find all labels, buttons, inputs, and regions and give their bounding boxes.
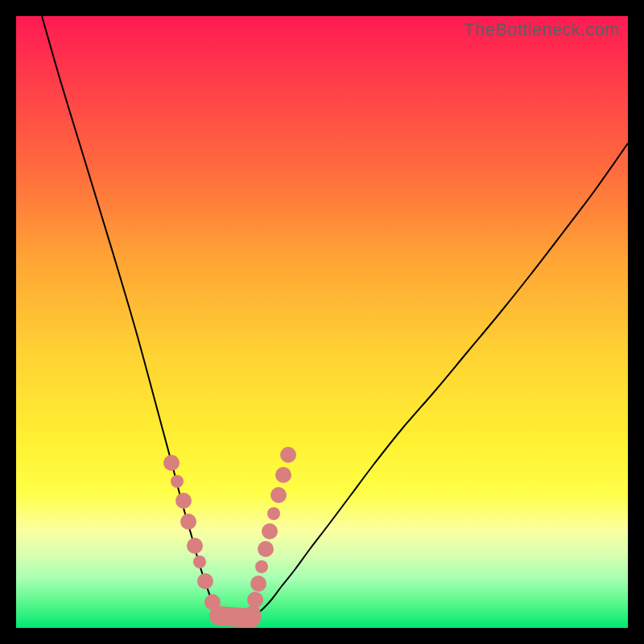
marker-dot [175, 493, 192, 509]
marker-dot [267, 507, 280, 520]
chart-svg [16, 16, 628, 628]
marker-dot [180, 514, 196, 530]
watermark-text: TheBottleneck.com [464, 19, 620, 40]
marker-dot [258, 541, 274, 557]
markers-left [163, 455, 221, 610]
marker-dot [193, 555, 206, 568]
marker-dot [270, 487, 287, 503]
chart-area: TheBottleneck.com [16, 16, 628, 628]
marker-dot [204, 594, 221, 610]
marker-dot [171, 475, 184, 488]
markers-right [245, 447, 296, 621]
marker-dot [247, 592, 263, 608]
marker-dot [187, 538, 203, 554]
marker-dot [255, 560, 268, 573]
marker-dot [275, 467, 291, 483]
marker-dot [262, 523, 278, 539]
marker-dot [250, 576, 266, 592]
marker-dot [245, 605, 261, 621]
marker-dot [163, 455, 180, 471]
marker-dot [197, 573, 213, 589]
right-curve [251, 143, 628, 618]
marker-dot [280, 447, 296, 463]
